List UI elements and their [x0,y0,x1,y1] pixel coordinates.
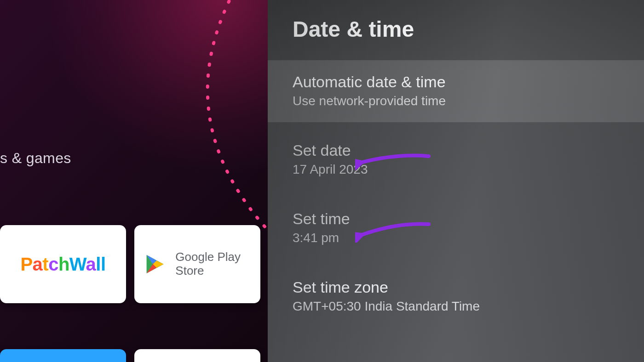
setting-item-value: 3:41 pm [293,231,619,245]
app-tile-label: Google Play Store [175,250,250,278]
app-tile-unknown-blue[interactable] [0,349,126,362]
tv-home-background: s & games PatchWall Google Play Store [0,0,268,362]
setting-set-time[interactable]: Set time 3:41 pm [268,191,644,259]
panel-title: Date & time [268,0,644,60]
setting-item-value: 17 April 2023 [293,162,619,177]
decorative-arc [0,0,268,362]
home-row-label: s & games [0,150,71,167]
setting-item-title: Set time zone [293,278,619,296]
setting-item-title: Set time [293,210,619,228]
setting-set-date[interactable]: Set date 17 April 2023 [268,122,644,191]
app-tile-patchwall[interactable]: PatchWall [0,225,126,303]
google-play-icon [144,249,167,279]
patchwall-logo: PatchWall [20,254,105,275]
setting-item-title: Automatic date & time [293,73,619,91]
home-app-row: PatchWall Google Play Store [0,225,260,303]
setting-item-sub: Use network-provided time [293,94,619,108]
home-app-row-2 [0,349,260,362]
setting-set-time-zone[interactable]: Set time zone GMT+05:30 India Standard T… [268,259,644,328]
settings-panel-date-time: Date & time Automatic date & time Use ne… [268,0,644,362]
setting-item-value: GMT+05:30 India Standard Time [293,299,619,314]
app-tile-google-play-store[interactable]: Google Play Store [134,225,260,303]
setting-automatic-date-time[interactable]: Automatic date & time Use network-provid… [268,60,644,122]
setting-item-title: Set date [293,141,619,159]
app-tile-unknown-white[interactable] [134,349,260,362]
